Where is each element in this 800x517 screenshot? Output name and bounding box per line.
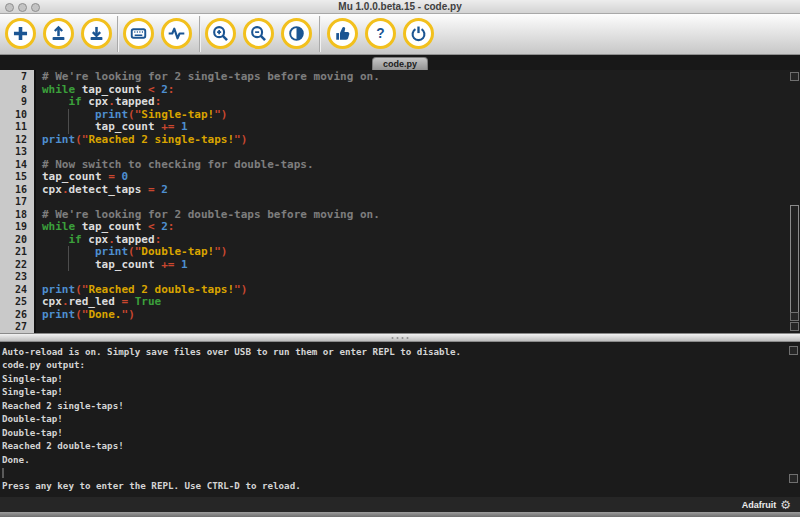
editor-scrollbar[interactable] <box>789 70 799 333</box>
code-token: = <box>148 183 161 196</box>
toolbar-button-help[interactable]: ? <box>365 18 396 49</box>
repl-scroll-bottom-button[interactable] <box>789 474 798 483</box>
code-token: Single-tap! <box>141 108 214 121</box>
repl-line: Double-tap! <box>2 412 800 425</box>
line-number: 25 <box>0 296 27 309</box>
indent-guide <box>68 259 69 272</box>
toolbar-button-load[interactable] <box>43 18 74 49</box>
code-token: while <box>42 83 75 96</box>
magnifier-plus-icon <box>211 24 230 43</box>
contrast-icon <box>287 24 306 43</box>
line-number: 8 <box>0 84 27 97</box>
code-token: Reached 2 double-taps! <box>88 283 234 296</box>
tab-code-py[interactable]: code.py <box>372 57 428 70</box>
magnifier-minus-icon <box>249 24 268 43</box>
repl-serial-output[interactable]: Auto-reload is on. Simply save files ove… <box>0 342 800 497</box>
mu-editor-window: Mu 1.0.0.beta.15 - code.py ? code.py 789… <box>0 0 800 517</box>
code-token: ) <box>241 133 248 146</box>
line-number: 15 <box>0 171 27 184</box>
scroll-up-button[interactable] <box>790 72 799 81</box>
toolbar-button-zoom-in[interactable] <box>205 18 236 49</box>
code-text-area[interactable]: # We're looking for 2 single-taps before… <box>36 70 800 333</box>
code-token: < <box>148 220 161 233</box>
repl-line: Reached 2 single-taps! <box>2 399 800 412</box>
code-token: Reached 2 single-taps! <box>88 133 234 146</box>
line-number: 27 <box>0 321 27 333</box>
code-line: print("Reached 2 single-taps!") <box>42 134 800 147</box>
toolbar-button-quit[interactable] <box>403 18 434 49</box>
repl-line: Single-tap! <box>2 385 800 398</box>
code-token: ( <box>128 245 135 258</box>
tab-label: code.py <box>383 59 417 69</box>
toolbar-button-save[interactable] <box>81 18 112 49</box>
repl-line: Single-tap! <box>2 372 800 385</box>
toolbar-button-plotter[interactable] <box>161 18 192 49</box>
toolbar-button-new[interactable] <box>5 18 36 49</box>
code-token: . <box>62 295 69 308</box>
code-token: tapped <box>115 233 155 246</box>
code-token: . <box>62 183 69 196</box>
code-token: tap_count <box>75 83 148 96</box>
repl-scroll-top-button[interactable] <box>789 346 798 355</box>
gear-icon[interactable]: ⚙ <box>780 499 791 511</box>
code-token: . <box>108 95 115 108</box>
code-token: Double-tap! <box>141 245 214 258</box>
splitter-grip-icon <box>392 337 409 339</box>
code-token: print <box>42 283 75 296</box>
repl-cursor <box>2 468 4 478</box>
plus-icon <box>11 24 30 43</box>
line-number: 17 <box>0 196 27 209</box>
code-token: 2 <box>161 183 168 196</box>
line-number: 9 <box>0 96 27 109</box>
code-token: " <box>234 133 241 146</box>
toolbar-button-serial[interactable] <box>123 18 154 49</box>
code-token: += <box>161 258 181 271</box>
line-number: 7 <box>0 71 27 84</box>
code-token: # We're looking for 2 single-taps before… <box>42 70 380 83</box>
thumbs-up-icon <box>333 24 352 43</box>
svg-text:?: ? <box>376 26 384 41</box>
line-number: 10 <box>0 109 27 122</box>
repl-line: Auto-reload is on. Simply save files ove… <box>2 345 800 358</box>
code-token: # Now switch to checking for double-taps… <box>42 158 314 171</box>
code-token: # We're looking for 2 double-taps before… <box>42 208 380 221</box>
repl-line: code.py output: <box>2 358 800 371</box>
code-token: tap_count <box>42 258 161 271</box>
code-editor[interactable]: 789101112131415161718192021222324252627 … <box>0 70 800 333</box>
repl-line: Done. <box>2 453 800 466</box>
line-number-gutter: 789101112131415161718192021222324252627 <box>0 70 36 333</box>
code-token: : <box>155 95 162 108</box>
code-token: if <box>69 233 82 246</box>
line-number: 18 <box>0 209 27 222</box>
code-token: tapped <box>115 95 155 108</box>
code-token: : <box>155 233 162 246</box>
scroll-corner-button[interactable] <box>790 322 799 331</box>
code-token: ( <box>75 283 82 296</box>
code-token: ) <box>221 108 228 121</box>
toolbar-button-check[interactable] <box>327 18 358 49</box>
splitter-handle[interactable] <box>0 333 800 342</box>
toolbar-button-theme[interactable] <box>281 18 312 49</box>
window-title: Mu 1.0.0.beta.15 - code.py <box>0 0 800 14</box>
scroll-down-button[interactable] <box>790 312 799 321</box>
download-icon <box>87 24 106 43</box>
line-number: 19 <box>0 221 27 234</box>
code-token <box>42 233 69 246</box>
repl-line: Press any key to enter the REPL. Use CTR… <box>2 479 800 492</box>
code-token: += <box>161 120 181 133</box>
tab-strip: code.py <box>0 55 800 70</box>
code-token: 1 <box>181 120 188 133</box>
line-number: 14 <box>0 159 27 172</box>
titlebar: Mu 1.0.0.beta.15 - code.py <box>0 0 800 14</box>
scrollbar-thumb[interactable] <box>790 205 799 317</box>
code-token: 2 <box>161 220 168 233</box>
repl-line: Reached 2 double-taps! <box>2 439 800 452</box>
code-token: ( <box>128 108 135 121</box>
line-number: 11 <box>0 121 27 134</box>
toolbar-button-zoom-out[interactable] <box>243 18 274 49</box>
code-token: < <box>148 83 161 96</box>
status-bar: Adafruit ⚙ <box>0 497 800 512</box>
repl-line <box>2 466 800 479</box>
toolbar-group-separator <box>199 16 200 52</box>
repl-line: Double-tap! <box>2 426 800 439</box>
